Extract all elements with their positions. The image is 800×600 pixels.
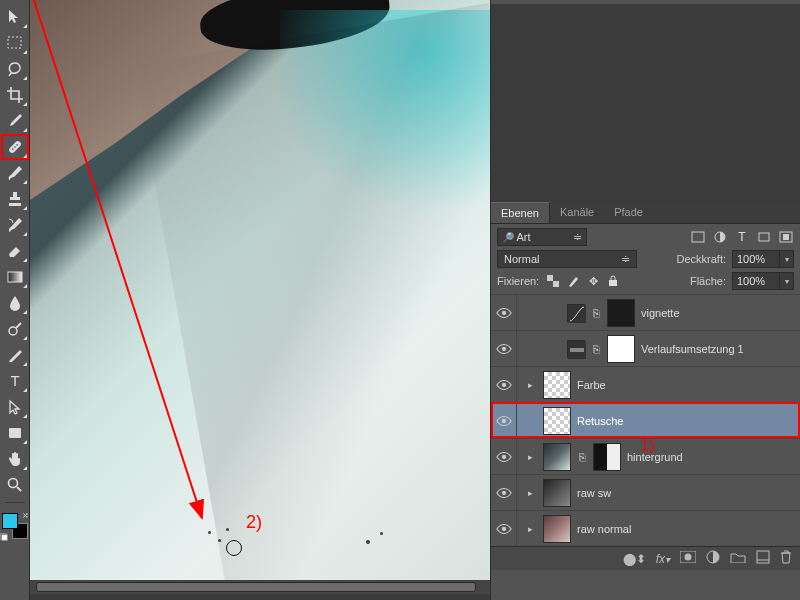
opacity-flyout[interactable]: ▾	[780, 250, 794, 268]
layers-panel-options: 🔎 Art≑ T Normal≑ Deckkraft: 100% ▾ Fixie…	[491, 224, 800, 294]
layer-thumbnail[interactable]	[543, 407, 571, 435]
svg-rect-5	[8, 272, 22, 282]
eraser-tool[interactable]	[2, 239, 28, 263]
layer-row-rawnormal[interactable]: ▸raw normal	[491, 510, 800, 546]
eyedropper-tool[interactable]	[2, 109, 28, 133]
svg-point-26	[501, 418, 505, 422]
layer-visibility-toggle[interactable]	[491, 403, 517, 438]
layer-visibility-toggle[interactable]	[491, 511, 517, 546]
layer-row-farbe[interactable]: ▸Farbe	[491, 366, 800, 402]
layer-thumbnail[interactable]	[543, 443, 571, 471]
svg-rect-13	[759, 233, 769, 241]
layer-row-vignette[interactable]: ⎘vignette	[491, 294, 800, 330]
default-colors-icon[interactable]	[0, 533, 8, 541]
layer-thumbnail[interactable]	[543, 371, 571, 399]
layer-row-verlauf[interactable]: ⎘Verlaufsumsetzung 1	[491, 330, 800, 366]
layer-mask-thumbnail[interactable]	[607, 335, 635, 363]
layer-visibility-toggle[interactable]	[491, 331, 517, 366]
layer-filter-dropdown[interactable]: 🔎 Art≑	[497, 228, 587, 246]
new-layer-icon[interactable]	[756, 550, 770, 567]
layer-name[interactable]: Farbe	[577, 379, 606, 391]
layer-expand-toggle[interactable]: ▸	[523, 452, 537, 462]
layer-expand-toggle[interactable]: ▸	[523, 380, 537, 390]
layer-fx-icon[interactable]: fx▾	[656, 552, 670, 566]
layer-expand-toggle[interactable]: ▸	[523, 488, 537, 498]
marquee-tool[interactable]	[2, 31, 28, 55]
layer-visibility-toggle[interactable]	[491, 439, 517, 474]
history-brush-tool[interactable]	[2, 213, 28, 237]
right-panel-dock: Ebenen Kanäle Pfade 🔎 Art≑ T Normal≑ Dec…	[490, 0, 800, 600]
layer-name[interactable]: raw normal	[577, 523, 631, 535]
color-swatches[interactable]: ⤭	[2, 513, 28, 539]
add-adjustment-icon[interactable]	[706, 550, 720, 567]
gradient-tool[interactable]	[2, 265, 28, 289]
layer-name[interactable]: Verlaufsumsetzung 1	[641, 343, 744, 355]
svg-rect-18	[553, 281, 559, 287]
delete-layer-icon[interactable]	[780, 550, 792, 567]
lock-transparency-icon[interactable]	[545, 273, 561, 289]
layer-thumbnail[interactable]	[543, 479, 571, 507]
layer-name[interactable]: Retusche	[577, 415, 623, 427]
svg-point-27	[501, 454, 505, 458]
opacity-field[interactable]: 100%	[732, 250, 780, 268]
canvas-scrollbar-horizontal[interactable]	[30, 580, 490, 594]
layer-link-icon: ⎘	[577, 451, 587, 463]
clone-stamp-tool[interactable]	[2, 187, 28, 211]
move-tool[interactable]	[2, 5, 28, 29]
type-tool[interactable]: T	[2, 369, 28, 393]
shape-tool[interactable]	[2, 421, 28, 445]
path-select-tool[interactable]	[2, 395, 28, 419]
blur-tool[interactable]	[2, 291, 28, 315]
layer-row-rawsw[interactable]: ▸raw sw	[491, 474, 800, 510]
lasso-tool[interactable]	[2, 57, 28, 81]
svg-rect-24	[570, 348, 584, 352]
svg-rect-11	[692, 232, 704, 242]
lock-all-icon[interactable]	[605, 273, 621, 289]
fill-flyout[interactable]: ▾	[780, 272, 794, 290]
add-mask-icon[interactable]	[680, 551, 696, 566]
layer-visibility-toggle[interactable]	[491, 475, 517, 510]
link-layers-icon[interactable]: ⬤⬍	[623, 552, 646, 566]
layer-visibility-toggle[interactable]	[491, 367, 517, 402]
svg-point-28	[501, 490, 505, 494]
layer-row-retusche[interactable]: Retusche	[491, 402, 800, 438]
healing-brush-tool[interactable]	[2, 135, 28, 159]
lock-position-icon[interactable]: ✥	[585, 273, 601, 289]
document-canvas[interactable]: 2)	[30, 0, 490, 580]
brush-tool[interactable]	[2, 161, 28, 185]
zoom-tool[interactable]	[2, 473, 28, 497]
filter-adjustment-icon[interactable]	[712, 230, 728, 244]
tab-channels[interactable]: Kanäle	[550, 202, 604, 223]
crop-tool[interactable]	[2, 83, 28, 107]
layer-link-icon: ⎘	[591, 343, 601, 355]
new-group-icon[interactable]	[730, 551, 746, 566]
filter-pixel-icon[interactable]	[690, 230, 706, 244]
layer-name[interactable]: raw sw	[577, 487, 611, 499]
blend-mode-dropdown[interactable]: Normal≑	[497, 250, 637, 268]
svg-point-25	[501, 382, 505, 386]
filter-shape-icon[interactable]	[756, 230, 772, 244]
tab-layers[interactable]: Ebenen	[491, 202, 550, 223]
filter-smart-icon[interactable]	[778, 230, 794, 244]
svg-rect-8	[9, 428, 21, 438]
pen-tool[interactable]	[2, 343, 28, 367]
layer-name[interactable]: vignette	[641, 307, 680, 319]
layer-expand-toggle[interactable]: ▸	[523, 524, 537, 534]
lock-pixels-icon[interactable]	[565, 273, 581, 289]
svg-point-6	[9, 327, 17, 335]
adjustment-icon	[567, 304, 585, 322]
layer-name[interactable]: hintergrund	[627, 451, 683, 463]
hand-tool[interactable]	[2, 447, 28, 471]
layer-mask-thumbnail[interactable]	[607, 299, 635, 327]
layers-panel-footer: ⬤⬍ fx▾	[491, 546, 800, 570]
dodge-tool[interactable]	[2, 317, 28, 341]
layer-thumbnail[interactable]	[543, 515, 571, 543]
foreground-color-swatch[interactable]	[2, 513, 18, 529]
swap-colors-icon[interactable]: ⤭	[22, 511, 29, 520]
fill-field[interactable]: 100%	[732, 272, 780, 290]
tab-paths[interactable]: Pfade	[604, 202, 653, 223]
layer-mask-thumbnail[interactable]	[593, 443, 621, 471]
svg-text:T: T	[10, 372, 19, 389]
layer-visibility-toggle[interactable]	[491, 295, 517, 330]
filter-type-icon[interactable]: T	[734, 230, 750, 244]
